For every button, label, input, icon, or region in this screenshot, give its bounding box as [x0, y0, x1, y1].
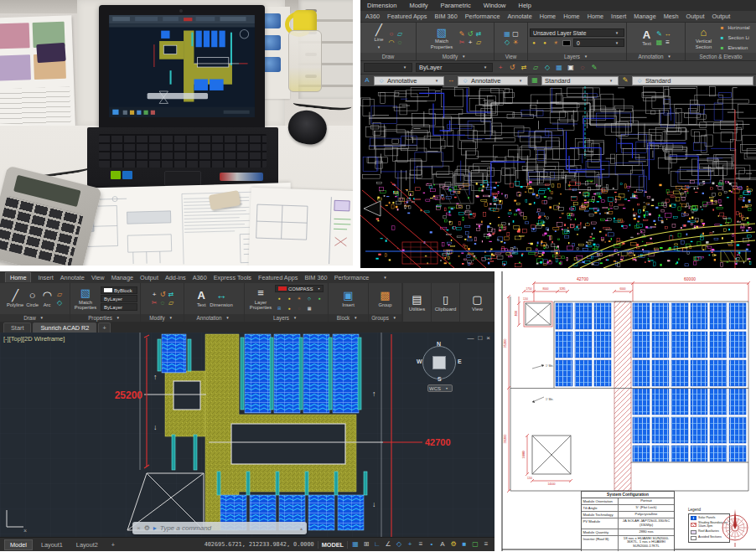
sun-icon[interactable]: ☀	[295, 294, 303, 302]
bulb-icon[interactable]: ●	[541, 39, 549, 47]
draw-tool-grid[interactable]: ○ ▱ ◠ ◌	[387, 30, 403, 46]
file-tab-start[interactable]: Start	[3, 322, 31, 333]
vertical-section-tool[interactable]: ⌂ Vertical Section	[691, 26, 715, 49]
arc-tool[interactable]: ◠Arc	[41, 290, 53, 307]
tab-home-1[interactable]: Home	[540, 13, 556, 20]
panel-label-layers[interactable]: Layers▾	[245, 314, 328, 322]
modify-tool-grid[interactable]: ✎ ↺ ⇄ ✂ + ▱	[458, 30, 482, 46]
tab-bim360[interactable]: BIM 360	[435, 13, 458, 20]
panel-label-annotation[interactable]: Annotation▾	[627, 53, 685, 60]
osnap-icon[interactable]: ◇	[543, 64, 551, 72]
panel-label-draw[interactable]: Draw▾	[0, 314, 70, 322]
menu-dimension[interactable]: Dimension	[367, 2, 396, 9]
dim-style-dropdown[interactable]: ◇Annotative▾	[458, 76, 528, 85]
grid-icon[interactable]: ▦	[305, 304, 313, 312]
command-input[interactable]: Type a command	[160, 524, 211, 532]
bulb-icon[interactable]: ●	[530, 39, 538, 47]
customize-menu-icon[interactable]: ≡	[482, 540, 490, 549]
circle-tool[interactable]: ○Circle	[26, 290, 39, 307]
tab-annotate[interactable]: Annotate	[507, 13, 531, 20]
ribbon-options-icon[interactable]: ▾	[381, 273, 389, 281]
ortho-icon[interactable]: ∟	[373, 540, 381, 549]
snap-icon[interactable]: ⊞	[275, 304, 283, 312]
close-icon[interactable]: ×	[137, 524, 141, 532]
insert-icon[interactable]: ▣	[567, 64, 575, 72]
menu-modify[interactable]: Modify	[409, 2, 427, 9]
viewcube-east[interactable]: E	[458, 358, 462, 364]
tab-annotate[interactable]: Annotate	[60, 274, 85, 281]
annotation-tool-grid[interactable]: ✎ ↔ ▦ ≡	[655, 30, 671, 46]
linetype-dropdown[interactable]: ByLayer	[101, 303, 137, 311]
menu-parametric[interactable]: Parametric	[441, 2, 471, 9]
utilities-button[interactable]: ▤Utilities	[402, 283, 431, 322]
panel-label-section[interactable]: Section & Elevatio	[686, 53, 756, 60]
track-icon[interactable]: +	[406, 540, 414, 549]
text-tool[interactable]: A Text	[641, 28, 653, 46]
tab-mesh[interactable]: Mesh	[664, 13, 679, 20]
lineweight-dropdown[interactable]: ByLayer	[101, 295, 137, 302]
viewport-controls[interactable]: [-][Top][2D Wireframe]	[3, 335, 65, 343]
panel-label-properties[interactable]: Properties▾	[70, 314, 140, 322]
view-tool-grid[interactable]: ▦ ▢ ◇ ☀	[503, 30, 519, 46]
floorplan-canvas[interactable]	[360, 86, 756, 268]
horizontal-section-tool[interactable]: ■ Horizontal	[717, 23, 749, 32]
annotation-scale-icon[interactable]: A	[438, 540, 447, 549]
tab-home-3[interactable]: Home	[588, 13, 603, 20]
current-layer-dropdown[interactable]: COMPASS▾	[275, 285, 324, 292]
grid-icon[interactable]: ▦	[351, 540, 360, 549]
viewcube-north[interactable]: N	[437, 341, 441, 347]
tab-addins[interactable]: Add-ins	[165, 274, 186, 281]
polyline-tool[interactable]: ╱Polyline	[7, 290, 23, 307]
group-tool[interactable]: ▩Group	[378, 290, 391, 307]
new-drawing-tab[interactable]: +	[98, 322, 110, 333]
isolate-icon[interactable]: ■	[460, 540, 469, 549]
clipboard-button[interactable]: ▯Clipboard	[431, 283, 459, 322]
wcs-menu[interactable]: WCS▾	[427, 384, 453, 392]
pencil-icon[interactable]: ✎	[590, 64, 598, 72]
bulb-icon[interactable]: ●	[285, 294, 293, 302]
erase-icon[interactable]: ◌	[578, 64, 587, 72]
bulb-icon[interactable]: ●	[285, 304, 293, 312]
bulb-icon[interactable]: ●	[275, 294, 283, 302]
maximize-icon[interactable]: □	[478, 334, 482, 342]
panel-label-groups[interactable]: Groups▾	[369, 314, 401, 322]
text-style-dropdown[interactable]: ◇Annotative▾	[374, 76, 444, 85]
viewcube-west[interactable]: W	[417, 358, 422, 364]
text-tool[interactable]: AText	[195, 290, 207, 307]
tab-view[interactable]: View	[91, 274, 105, 281]
layer-color-swatch[interactable]	[562, 40, 571, 46]
tab-express-tools[interactable]: Express Tools	[214, 274, 251, 281]
viewcube-face[interactable]	[432, 356, 446, 369]
mirror-icon[interactable]: ⇄	[520, 64, 528, 72]
tab-featured-apps[interactable]: Featured Apps	[258, 274, 298, 281]
viewcube[interactable]: N W E S WCS▾	[419, 343, 459, 395]
panel-label-modify[interactable]: Modify▾	[141, 314, 184, 322]
osnap-icon[interactable]: ◇	[395, 540, 403, 549]
customize-icon[interactable]: ⚙	[144, 524, 150, 532]
osnap-icon[interactable]: ◇	[305, 294, 313, 302]
tab-manage[interactable]: Manage	[634, 13, 655, 20]
model-canvas[interactable]: [-][Top][2D Wireframe] — □ ×	[0, 333, 495, 537]
tab-output-1[interactable]: Output	[686, 13, 705, 20]
insert-tool[interactable]: ▣Insert	[342, 290, 355, 307]
model-space-indicator[interactable]: MODEL	[318, 541, 348, 549]
section-line-tool[interactable]: ■ Section Li	[717, 34, 749, 42]
text-style-icon[interactable]: A	[363, 76, 371, 85]
new-layout-button[interactable]: +	[106, 540, 120, 549]
layout-tab-layout2[interactable]: Layout2	[71, 540, 103, 549]
sun-icon[interactable]: ☀	[551, 39, 560, 47]
layout-tab-model[interactable]: Model	[4, 539, 33, 550]
tab-featured-apps[interactable]: Featured Apps	[387, 13, 427, 20]
viewcube-south[interactable]: S	[438, 376, 442, 382]
polar-icon[interactable]: ∠	[384, 540, 392, 549]
match-properties-tool[interactable]: ▧ Match Properties	[428, 26, 455, 49]
dimension-tool[interactable]: ↔Dimension	[210, 290, 232, 307]
workspace-icon[interactable]: ⚙	[449, 540, 458, 549]
tab-insert[interactable]: Insert	[611, 13, 626, 20]
tab-manage[interactable]: Manage	[111, 274, 133, 281]
tab-insert[interactable]: Insert	[38, 274, 53, 281]
tab-output-2[interactable]: Output	[712, 13, 730, 20]
tab-output[interactable]: Output	[140, 274, 158, 281]
file-tab-drawing[interactable]: Sunrich ACAD R2	[33, 322, 96, 333]
table-style-icon[interactable]: ▦	[531, 76, 539, 85]
